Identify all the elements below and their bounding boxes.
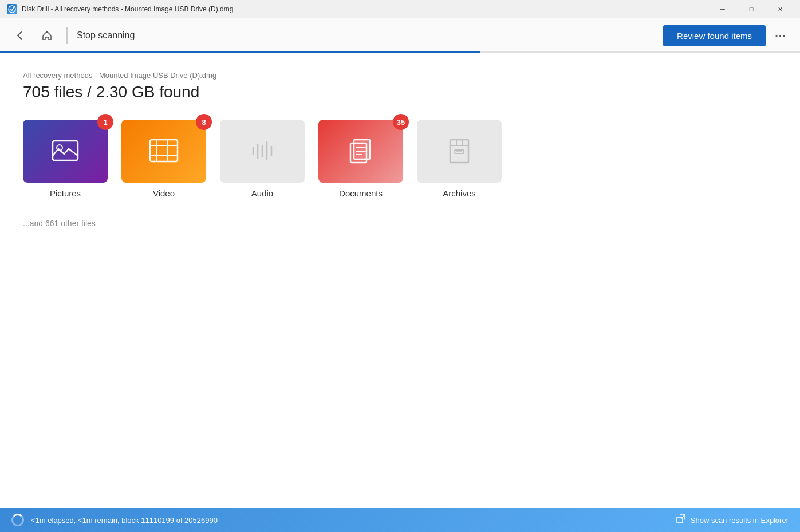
status-left: <1m elapsed, <1m remain, block 11110199 …	[11, 514, 218, 526]
archives-icon-wrap	[417, 120, 502, 183]
other-files-text: ...and 661 other files	[23, 219, 777, 228]
status-text: <1m elapsed, <1m remain, block 11110199 …	[31, 516, 218, 525]
minimize-button[interactable]: ─	[710, 0, 736, 18]
scan-title: 705 files / 2.30 GB found	[23, 83, 777, 101]
archives-label: Archives	[443, 188, 476, 198]
scan-subtitle: All recovery methods - Mounted Image USB…	[23, 71, 777, 80]
back-button[interactable]	[9, 25, 30, 46]
pictures-icon-wrap: 1	[23, 120, 108, 183]
main-content: All recovery methods - Mounted Image USB…	[0, 53, 800, 508]
toolbar: Stop scanning Review found items ···	[0, 18, 800, 53]
video-badge: 8	[196, 114, 212, 130]
documents-icon	[344, 134, 378, 168]
archives-card[interactable]: Archives	[417, 120, 502, 198]
documents-badge: 35	[393, 114, 409, 130]
restore-button[interactable]: □	[738, 0, 764, 18]
loading-spinner	[11, 514, 24, 526]
show-results-text: Show scan results in Explorer	[691, 516, 789, 525]
archives-icon	[442, 134, 476, 168]
svg-rect-9	[354, 140, 370, 159]
documents-icon-wrap: 35	[318, 120, 403, 183]
pictures-icon	[48, 134, 82, 168]
video-icon-wrap: 8	[121, 120, 206, 183]
more-options-button[interactable]: ···	[770, 25, 791, 46]
svg-point-0	[9, 6, 15, 13]
app-icon	[7, 4, 17, 14]
window-controls: ─ □ ✕	[710, 0, 793, 18]
toolbar-divider	[66, 27, 68, 44]
svg-rect-3	[150, 140, 178, 161]
scanning-label: Stop scanning	[77, 30, 656, 41]
review-found-items-button[interactable]: Review found items	[663, 25, 766, 46]
close-button[interactable]: ✕	[767, 0, 793, 18]
status-bar: <1m elapsed, <1m remain, block 11110199 …	[0, 508, 800, 532]
home-button[interactable]	[37, 25, 57, 46]
title-bar: Disk Drill - All recovery methods - Moun…	[0, 0, 800, 18]
video-label: Video	[153, 188, 175, 198]
audio-icon-wrap	[220, 120, 305, 183]
pictures-label: Pictures	[50, 188, 81, 198]
file-type-cards: 1 Pictures 8 Video	[23, 120, 777, 198]
video-card[interactable]: 8 Video	[121, 120, 206, 198]
external-link-icon	[676, 514, 686, 526]
show-results-button[interactable]: Show scan results in Explorer	[676, 514, 789, 526]
documents-card[interactable]: 35 Documents	[318, 120, 403, 198]
documents-label: Documents	[339, 188, 383, 198]
audio-card[interactable]: Audio	[220, 120, 305, 198]
video-icon	[147, 134, 181, 168]
pictures-badge: 1	[97, 114, 113, 130]
pictures-card[interactable]: 1 Pictures	[23, 120, 108, 198]
svg-rect-13	[450, 140, 468, 163]
window-title: Disk Drill - All recovery methods - Moun…	[22, 5, 233, 13]
audio-label: Audio	[251, 188, 273, 198]
audio-icon	[245, 134, 279, 168]
